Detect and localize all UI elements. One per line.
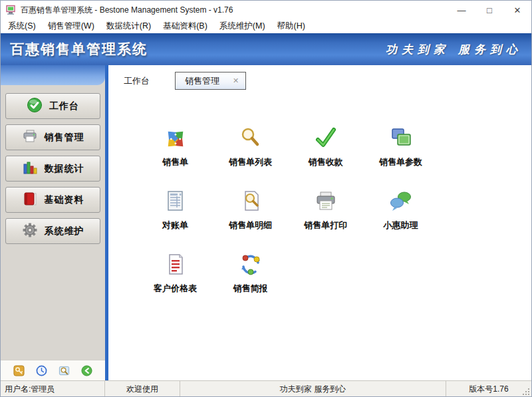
key-icon[interactable] [13,365,25,376]
printer-icon [314,190,338,216]
menu-sales[interactable]: 销售管理(W) [42,19,100,33]
tab-strip: 工作台 销售管理 ✕ [108,65,531,100]
computer-icon [6,5,17,15]
sidebar-item-label: 销售管理 [45,132,84,144]
sidebar-header-cap [1,65,105,85]
menu-maintenance[interactable]: 系统维护(M) [213,19,271,33]
shortcut-sales-order-list[interactable]: 销售单列表 [213,120,288,183]
shortcut-sales-order[interactable]: 销售单 [138,120,213,183]
sidebar-item-label: 基础资料 [45,194,84,206]
green-check-icon [314,126,338,153]
status-version: 版本号1.76 [446,381,531,397]
printer-icon [22,128,38,147]
magnifier-icon [239,126,263,153]
check-circle-icon [27,97,43,116]
tab-close-icon[interactable]: ✕ [233,76,239,85]
shortcut-label: 对账单 [162,219,188,231]
shortcut-sales-order-params[interactable]: 销售单参数 [363,120,438,183]
minimize-button[interactable]: — [448,1,475,19]
status-bar: 用户名:管理员 欢迎使用 功夫到家 服务到心 版本号1.76 [1,380,531,397]
banner-title: 百惠销售单管理系统 [1,40,148,59]
sidebar-item-basic-data[interactable]: 基础资料 [5,187,100,213]
shortcut-assistant[interactable]: 小惠助理 [363,183,438,246]
ledger-document-icon [164,190,188,216]
document-magnifier-icon [239,190,263,216]
title-bar: 百惠销售单管理系统 - Bestone Management System - … [1,1,531,19]
clock-icon[interactable] [36,365,47,376]
shortcut-label: 销售单 [162,156,188,168]
menu-system[interactable]: 系统(S) [2,19,42,33]
tab-workbench[interactable]: 工作台 [117,72,156,87]
shortcut-label: 销售收款 [309,156,343,168]
status-user: 用户名:管理员 [1,381,105,397]
maximize-button[interactable]: □ [475,1,503,19]
bar-chart-icon [22,160,38,178]
sidebar-item-maintenance[interactable]: 系统维护 [5,218,100,244]
menu-help[interactable]: 帮助(H) [271,19,311,33]
tab-sales-management[interactable]: 销售管理 ✕ [175,72,246,90]
gear-icon [22,222,38,241]
shortcut-label: 小惠助理 [384,219,418,231]
menu-basic-data[interactable]: 基础资料(B) [157,19,213,33]
shortcut-sales-receipt[interactable]: 销售收款 [288,120,363,183]
banner: 百惠销售单管理系统 功夫到家 服务到心 [1,33,531,65]
shortcut-label: 销售单明细 [229,219,272,231]
resize-grip[interactable] [523,388,529,395]
tab-label: 销售管理 [185,75,219,87]
shortcut-sales-briefing[interactable]: 销售简报 [213,246,288,309]
shortcut-grid: 销售单 销售单列表 [108,100,531,309]
chat-bubbles-icon [389,190,413,216]
sidebar-footer [1,360,105,380]
sync-arrows-icon [239,253,263,279]
sidebar-item-label: 工作台 [49,100,79,112]
app-window: 百惠销售单管理系统 - Bestone Management System - … [0,0,532,397]
stacked-windows-icon [389,126,413,153]
shortcut-label: 客户价格表 [154,283,197,295]
sidebar-item-label: 数据统计 [45,163,84,175]
main-area: 工作台 销售管理 ✕ [108,65,531,380]
shortcut-label: 销售单参数 [379,156,422,168]
shortcut-label: 销售简报 [233,283,268,295]
shortcut-label: 销售单打印 [304,219,347,231]
sidebar: 工作台 销售管理 [1,65,105,380]
price-list-icon [164,253,188,279]
menu-statistics[interactable]: 数据统计(R) [100,19,157,33]
red-book-icon [22,191,38,209]
shortcut-customer-price-list[interactable]: 客户价格表 [138,246,213,309]
status-welcome: 欢迎使用 [105,381,180,397]
preview-icon[interactable] [59,365,70,376]
sidebar-item-statistics[interactable]: 数据统计 [5,156,100,182]
window-title: 百惠销售单管理系统 - Bestone Management System - … [21,5,448,16]
shortcut-statement[interactable]: 对账单 [138,183,213,246]
arrows-cycle-icon [164,126,188,153]
back-icon[interactable] [81,365,92,376]
status-slogan: 功夫到家 服务到心 [180,381,446,397]
shortcut-label: 销售单列表 [229,156,272,168]
sidebar-item-workbench[interactable]: 工作台 [5,93,100,119]
sidebar-item-label: 系统维护 [45,225,84,237]
close-button[interactable]: ✕ [503,1,531,19]
shortcut-sales-order-print[interactable]: 销售单打印 [288,183,363,246]
banner-slogan: 功夫到家 服务到心 [386,42,531,57]
sidebar-item-sales[interactable]: 销售管理 [5,124,100,150]
menu-bar: 系统(S) 销售管理(W) 数据统计(R) 基础资料(B) 系统维护(M) 帮助… [1,19,531,33]
shortcut-sales-order-detail[interactable]: 销售单明细 [213,183,288,246]
